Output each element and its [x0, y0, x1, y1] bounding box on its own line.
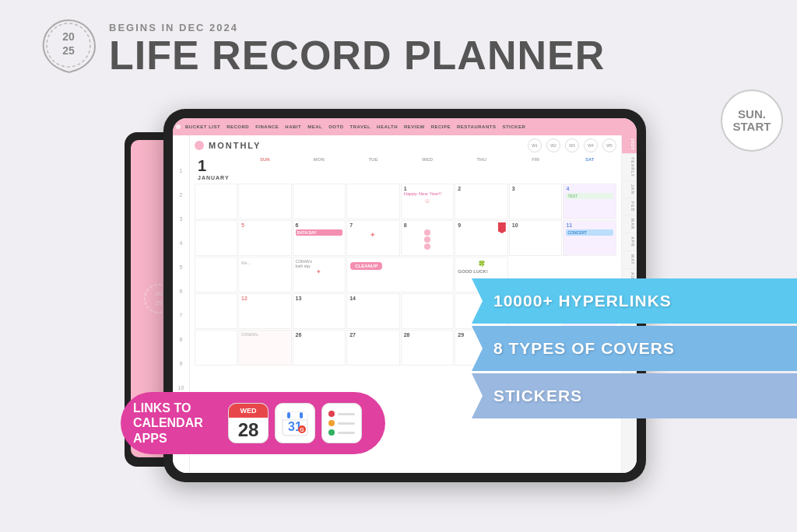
cal-cell-10fri: 10 [509, 220, 563, 256]
cal-cell-28: 27 [346, 330, 400, 366]
svg-text:G: G [300, 427, 304, 432]
day-27: 27 [349, 332, 397, 338]
svg-text:20: 20 [62, 30, 75, 43]
week-dot-4: W4 [584, 138, 598, 152]
day-num-3: 3 [512, 186, 560, 191]
right-tab-may: MAY [622, 251, 637, 269]
cal-cell-conanbath2: CONAN's bath day ✦ [293, 257, 346, 292]
week-dot-2: W2 [546, 138, 560, 152]
year-badge: 20 25 [40, 17, 97, 73]
cal-cell-5sun: 5 [238, 220, 292, 256]
day-num-8: 8 [404, 222, 451, 228]
nav-habit: HABIT [285, 124, 301, 129]
cal-cell-week2-empty [195, 220, 237, 256]
cal-cell-26: CONAN's [238, 330, 292, 366]
month-label-area: 1 JANUARY [195, 156, 237, 182]
stickers-banner: STICKERS [472, 373, 797, 418]
sidebar-num-3: 3 [173, 207, 189, 231]
planner-nav: BUCKET LIST RECORD FINANCE HABIT MEAL OO… [173, 118, 637, 135]
week-dot-5: W5 [602, 138, 616, 152]
day-num-11: 11 [566, 222, 613, 228]
sidebar-num-4: 4 [173, 231, 189, 255]
svg-text:20: 20 [156, 290, 163, 297]
col-sun: SUN [238, 156, 292, 182]
cal-cell-3fri: 3 [509, 184, 563, 219]
nav-health: HEALTH [377, 124, 398, 129]
sidebar-num-8: 8 [173, 327, 189, 352]
nav-ootd: OOTD [328, 124, 343, 129]
nav-restaurants: RESTAURANTS [457, 124, 496, 129]
cleanup-event: CLEANUP [350, 262, 382, 270]
cal-cell-12: 12 [238, 293, 292, 329]
svg-text:25: 25 [156, 299, 163, 306]
day-num-2: 2 [458, 186, 505, 191]
google-calendar-icon: 31 G [275, 403, 315, 443]
calendar-apps-label: LINKS TO CALENDAR APPS [133, 401, 219, 446]
feature-banners-area: 10000+ HYPERLINKS 8 TYPES OF COVERS STIC… [472, 278, 797, 421]
bath-day-event: BATH DAY [296, 229, 343, 236]
reminder-line-2 [338, 422, 355, 425]
col-wed: WED [401, 156, 455, 182]
col-tue: TUE [346, 156, 400, 182]
nav-items: BUCKET LIST RECORD FINANCE HABIT MEAL OO… [185, 124, 525, 129]
reminder-item-1 [328, 411, 355, 417]
covers-banner: 8 TYPES OF COVERS [472, 326, 797, 371]
date-app-day: WED [229, 404, 268, 418]
sidebar-num-1: 1 [173, 159, 189, 183]
cal-cell-29: 28 [401, 330, 455, 366]
right-tab-apr: APR [622, 233, 637, 251]
sun-start-line2: START [733, 121, 771, 134]
right-tab-2025: 2025 [622, 135, 637, 154]
day-26: 26 [296, 332, 343, 338]
nav-review: REVIEW [404, 124, 425, 129]
day-28: 28 [404, 332, 451, 338]
month-number: 1 [198, 157, 234, 175]
cal-cell-7tue: 7 ✦ [346, 220, 400, 256]
nav-dot [176, 124, 181, 129]
cal-cell-week3-lbl [195, 257, 237, 292]
begins-label: BEGINS IN DEC 2024 [109, 22, 605, 33]
cal-cell-9thu: 9 [455, 220, 508, 256]
cal-cell-empty2 [238, 184, 292, 219]
header: BEGINS IN DEC 2024 LIFE RECORD PLANNER [109, 22, 605, 75]
col-sat: SAT [563, 156, 616, 182]
sidebar-num-6: 6 [173, 279, 189, 303]
right-tab-yearly: YEARLY [622, 154, 637, 181]
nav-travel: TRAVEL [350, 124, 371, 129]
nav-meal: MEAL [307, 124, 322, 129]
day-num-1: 1 [404, 186, 451, 191]
date-app-num: 28 [229, 418, 268, 443]
main-title: LIFE RECORD PLANNER [109, 35, 605, 75]
nav-sticker: STICKER [502, 124, 525, 129]
happy-new-year: Happy New Year!! [404, 191, 451, 198]
reminders-app-icon [321, 403, 362, 443]
monthly-label: MONTHLY [209, 141, 261, 150]
month-name: JANUARY [198, 175, 234, 180]
hyperlinks-banner: 10000+ HYPERLINKS [472, 278, 797, 324]
svg-text:25: 25 [62, 44, 75, 57]
reminder-item-3 [328, 429, 355, 436]
test-event: TEST [566, 193, 613, 199]
col-fri: FRI [509, 156, 563, 182]
reminder-line-3 [338, 432, 355, 434]
col-thu: THU [455, 156, 508, 182]
nav-finance: FINANCE [255, 124, 279, 129]
day-14: 14 [349, 296, 397, 301]
cal-cell-27: 26 [293, 330, 346, 366]
right-tab-jan: JAN [622, 181, 637, 198]
week-dot-3: W3 [565, 138, 579, 152]
date-app-icon: WED 28 [228, 403, 269, 443]
cal-cell-cleanup-area: CLEANUP [346, 257, 454, 292]
cal-week-1: 1 Happy New Year!! ☺ 2 3 4 TEST [195, 184, 616, 219]
cal-week4-lbl [195, 293, 237, 329]
sidebar-num-5: 5 [173, 255, 189, 279]
cal-cell-2thu: 2 [455, 184, 508, 219]
sidebar-num-2: 2 [173, 183, 189, 207]
day-num-9: 9 [458, 222, 505, 228]
sun-start-line1: SUN. [738, 108, 766, 121]
cal-cell-empty4 [346, 184, 400, 219]
cal-cell-conan: We... [238, 257, 292, 292]
app-icons: WED 28 31 G [228, 403, 362, 443]
reminder-line-1 [338, 413, 355, 415]
cal-cell-empty1 [195, 184, 237, 219]
